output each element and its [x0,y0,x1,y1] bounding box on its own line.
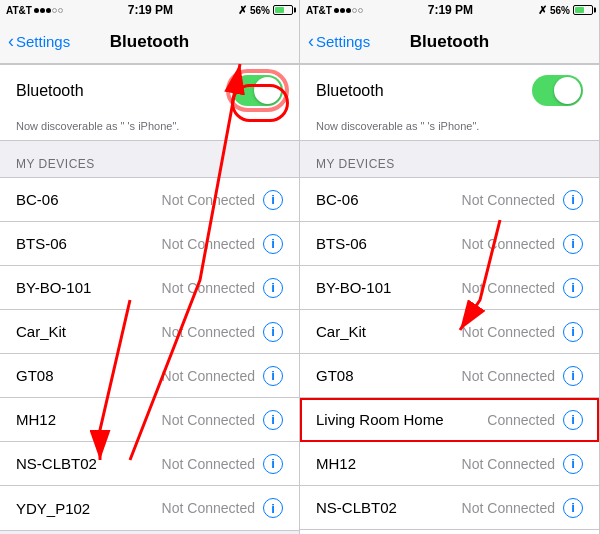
device-row[interactable]: GT08Not Connectedi [0,354,299,398]
status-bar: AT&T 7:19 PM ✗ 56% [300,0,599,20]
device-status: Not Connected [162,500,255,516]
device-status: Connected [487,412,555,428]
device-row[interactable]: BY-BO-101Not Connectedi [0,266,299,310]
signal-dots [34,8,63,13]
status-time: 7:19 PM [128,3,173,17]
device-right: Not Connectedi [162,366,283,386]
signal-dot-4 [352,8,357,13]
carrier-text: AT&T [6,5,32,16]
device-status: Not Connected [462,456,555,472]
device-row[interactable]: Car_KitNot Connectedi [0,310,299,354]
toggle-knob [254,77,281,104]
device-info-button[interactable]: i [563,410,583,430]
device-row[interactable]: MH12Not Connectedi [300,442,599,486]
signal-dot-5 [58,8,63,13]
my-devices-header: MY DEVICES [300,141,599,177]
signal-dot-3 [46,8,51,13]
device-info-button[interactable]: i [263,410,283,430]
device-info-button[interactable]: i [563,366,583,386]
my-devices-list: BC-06Not ConnectediBTS-06Not ConnectediB… [0,177,299,531]
device-info-button[interactable]: i [263,278,283,298]
device-name: Living Room Home [316,411,444,428]
device-right: Not Connectedi [162,498,283,518]
device-row[interactable]: BTS-06Not Connectedi [300,222,599,266]
device-row[interactable]: BC-06Not Connectedi [0,178,299,222]
toggle-knob [554,77,581,104]
back-button[interactable]: ‹ Settings [308,32,370,52]
device-right: Connectedi [487,410,583,430]
device-row[interactable]: NS-CLBT02Not Connectedi [0,442,299,486]
status-time: 7:19 PM [428,3,473,17]
device-status: Not Connected [162,368,255,384]
device-name: BC-06 [316,191,359,208]
nav-title: Bluetooth [410,32,489,52]
device-row[interactable]: MH12Not Connectedi [0,398,299,442]
bluetooth-toggle-row: Bluetooth [0,65,299,116]
device-name: BY-BO-101 [16,279,91,296]
bluetooth-toggle-switch[interactable] [232,75,283,106]
device-name: GT08 [316,367,354,384]
device-row[interactable]: Living Room HomeConnectedi [300,398,599,442]
device-status: Not Connected [162,412,255,428]
device-right: Not Connectedi [462,278,583,298]
device-row[interactable]: Car_KitNot Connectedi [300,310,599,354]
bluetooth-label: Bluetooth [316,82,384,100]
device-row[interactable]: GT08Not Connectedi [300,354,599,398]
device-status: Not Connected [162,456,255,472]
device-right: Not Connectedi [462,498,583,518]
device-info-button[interactable]: i [563,454,583,474]
device-row[interactable]: BY-BO-101Not Connectedi [300,266,599,310]
back-chevron-icon: ‹ [308,31,314,52]
screen-left: AT&T 7:19 PM ✗ 56% ‹ Settings Bluetooth … [0,0,300,534]
device-name: MH12 [16,411,56,428]
device-status: Not Connected [462,324,555,340]
bluetooth-toggle-section: BluetoothNow discoverable as " 's iPhone… [0,64,299,141]
battery-icon [573,5,593,15]
bluetooth-toggle-row: Bluetooth [300,65,599,116]
battery-fill [575,7,584,13]
device-info-button[interactable]: i [563,278,583,298]
device-row[interactable]: YDY_P102Not Connectedi [300,530,599,534]
device-name: NS-CLBT02 [16,455,97,472]
device-info-button[interactable]: i [263,454,283,474]
device-name: BTS-06 [316,235,367,252]
discoverable-text: Now discoverable as " 's iPhone". [0,116,299,140]
device-status: Not Connected [162,236,255,252]
device-right: Not Connectedi [162,410,283,430]
signal-dot-3 [346,8,351,13]
device-row[interactable]: NS-CLBT02Not Connectedi [300,486,599,530]
nav-bar: ‹ Settings Bluetooth [0,20,299,64]
device-status: Not Connected [462,192,555,208]
device-info-button[interactable]: i [563,498,583,518]
device-status: Not Connected [162,192,255,208]
signal-dot-5 [358,8,363,13]
device-info-button[interactable]: i [263,498,283,518]
device-name: YDY_P102 [16,500,90,517]
device-right: Not Connectedi [462,454,583,474]
device-right: Not Connectedi [462,234,583,254]
device-info-button[interactable]: i [263,366,283,386]
device-info-button[interactable]: i [263,322,283,342]
back-chevron-icon: ‹ [8,31,14,52]
signal-dot-2 [340,8,345,13]
device-info-button[interactable]: i [563,234,583,254]
device-info-button[interactable]: i [563,322,583,342]
bluetooth-toggle-switch[interactable] [532,75,583,106]
nav-bar: ‹ Settings Bluetooth [300,20,599,64]
device-info-button[interactable]: i [563,190,583,210]
back-label: Settings [16,33,70,50]
battery-fill [275,7,284,13]
device-name: BTS-06 [16,235,67,252]
device-row[interactable]: BTS-06Not Connectedi [0,222,299,266]
device-info-button[interactable]: i [263,234,283,254]
battery-icon [273,5,293,15]
signal-dots [334,8,363,13]
back-label: Settings [316,33,370,50]
battery-percent: 56% [250,5,270,16]
device-right: Not Connectedi [462,366,583,386]
back-button[interactable]: ‹ Settings [8,32,70,52]
device-status: Not Connected [462,500,555,516]
device-info-button[interactable]: i [263,190,283,210]
device-row[interactable]: BC-06Not Connectedi [300,178,599,222]
device-row[interactable]: YDY_P102Not Connectedi [0,486,299,530]
